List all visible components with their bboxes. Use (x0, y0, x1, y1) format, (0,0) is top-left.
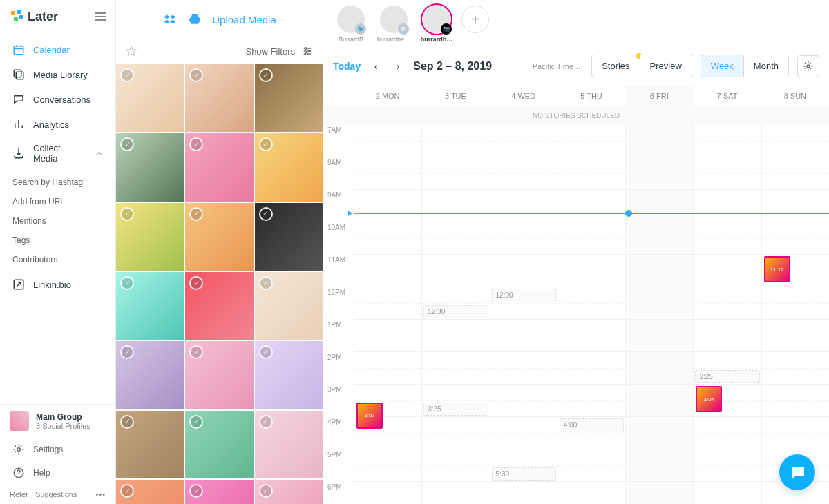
check-icon: ✓ (120, 484, 134, 498)
media-thumbnail[interactable]: ✓ (116, 64, 184, 132)
upload-media-button[interactable]: Upload Media (116, 0, 323, 39)
menu-toggle-icon[interactable] (95, 12, 106, 21)
add-profile-button[interactable]: + (461, 6, 489, 33)
svg-rect-1 (17, 10, 21, 14)
nav-calendar[interactable]: Calendar (0, 37, 115, 62)
help-link[interactable]: Help (0, 461, 115, 485)
timezone-label[interactable]: Pacific Time … (533, 62, 583, 70)
profile-instagram[interactable]: 📷 burrardb… (419, 6, 455, 43)
media-thumbnail[interactable]: ✓ (116, 133, 184, 201)
collect-subnav: Search by Hashtag Add from URL Mentions … (0, 170, 115, 272)
logo[interactable]: Later (10, 8, 58, 25)
profile-pinterest[interactable]: P burrardbe… (376, 6, 412, 43)
svg-point-14 (17, 448, 21, 452)
media-grid[interactable]: ✓✓✓✓✓✓✓✓✓✓✓✓✓✓✓✓✓✓✓✓✓ (116, 64, 323, 504)
media-thumbnail[interactable]: ✓ (255, 341, 323, 409)
calendar-grid[interactable]: 7AM8AM9AM10AM11AM12PM1PM2PM3PM4PM5PM6PM7… (323, 125, 829, 504)
day-column[interactable]: 2:253:04 (693, 125, 761, 504)
hour-label: 7AM (323, 125, 354, 157)
media-thumbnail[interactable]: ✓ (185, 411, 253, 478)
profile-avatar: 🐦 (337, 6, 365, 33)
dropbox-icon (162, 12, 178, 26)
day-column[interactable]: 11:12 (761, 125, 829, 504)
media-thumbnail[interactable]: ✓ (185, 272, 253, 340)
week-view-button[interactable]: Week (701, 55, 744, 77)
calendar-icon (12, 43, 25, 56)
time-slot[interactable]: 12:30 (423, 305, 488, 319)
subnav-mentions[interactable]: Mentions (0, 211, 115, 231)
suggestions-link[interactable]: Suggestions (35, 490, 77, 498)
date-range: Sep 2 – 8, 2019 (413, 60, 492, 72)
time-slot[interactable]: 3:25 (423, 403, 488, 416)
media-thumbnail[interactable]: ✓ (185, 64, 253, 132)
day-column[interactable]: 12:303:25 (421, 125, 489, 504)
hour-label: 10AM (323, 222, 354, 255)
today-button[interactable]: Today (333, 61, 361, 72)
check-icon: ✓ (120, 276, 134, 290)
media-thumbnail[interactable]: ✓ (116, 480, 184, 504)
subnav-contributors[interactable]: Contributors (0, 250, 115, 269)
svg-point-22 (305, 53, 307, 55)
media-thumbnail[interactable]: ✓ (255, 480, 323, 504)
next-week-button[interactable]: › (391, 59, 405, 73)
scheduled-post[interactable]: 3:57 (356, 403, 383, 429)
stories-tab[interactable]: Stories (591, 55, 640, 77)
more-icon[interactable]: ••• (95, 490, 106, 498)
day-headers: 2 MON3 TUE4 WED5 THU6 FRI7 SAT8 SUN (323, 86, 829, 106)
prev-week-button[interactable]: ‹ (369, 59, 383, 73)
hour-label: 6PM (323, 482, 354, 504)
profile-twitter[interactable]: 🐦 BurrardB (333, 6, 369, 43)
gear-icon (12, 443, 25, 456)
scheduled-post[interactable]: 11:12 (764, 256, 790, 282)
refer-link[interactable]: Refer (10, 490, 28, 498)
media-thumbnail[interactable]: ✓ (255, 64, 323, 132)
profile-name: BurrardB (339, 36, 363, 43)
show-filters-button[interactable]: Show Filters (245, 46, 295, 57)
subnav-add-url[interactable]: Add from URL (0, 192, 115, 211)
filter-sliders-icon[interactable] (302, 46, 313, 57)
time-slot[interactable]: 5:30 (492, 467, 556, 481)
media-thumbnail[interactable]: ✓ (116, 341, 184, 409)
media-thumbnail[interactable]: ✓ (116, 411, 184, 478)
nav-collect-media[interactable]: Collect Media (0, 137, 115, 170)
day-column[interactable]: 4:00 (558, 125, 625, 504)
media-thumbnail[interactable]: ✓ (255, 272, 323, 340)
media-thumbnail[interactable]: ✓ (116, 203, 184, 271)
media-thumbnail[interactable]: ✓ (116, 272, 184, 340)
nav-linkinbio[interactable]: Linkin.bio (0, 272, 115, 297)
check-icon: ✓ (259, 484, 273, 498)
analytics-icon (12, 118, 25, 130)
day-column[interactable]: 12:005:30 (490, 125, 558, 504)
check-icon: ✓ (259, 276, 273, 290)
media-thumbnail[interactable]: ✓ (185, 341, 253, 409)
media-thumbnail[interactable]: ✓ (185, 480, 253, 504)
day-header: 5 THU (558, 86, 625, 106)
subnav-search-hashtag[interactable]: Search by Hashtag (0, 173, 115, 192)
media-thumbnail[interactable]: ✓ (255, 203, 323, 271)
preview-tab[interactable]: Preview (640, 55, 692, 77)
subnav-tags[interactable]: Tags (0, 231, 115, 250)
settings-link[interactable]: Settings (0, 438, 115, 461)
time-slot[interactable]: 2:25 (695, 370, 759, 384)
time-slot[interactable]: 12:00 (492, 289, 556, 302)
nav-conversations[interactable]: Conversations (0, 87, 115, 112)
day-column[interactable]: 3:57 (354, 125, 421, 504)
nav-media-library[interactable]: Media Library (0, 62, 115, 87)
media-thumbnail[interactable]: ✓ (185, 133, 253, 201)
media-thumbnail[interactable]: ✓ (255, 133, 323, 201)
scheduled-post[interactable]: 3:04 (696, 386, 722, 412)
day-column[interactable] (625, 125, 693, 504)
chat-icon (789, 464, 806, 481)
svg-marker-16 (126, 46, 135, 55)
favorite-filter-icon[interactable] (126, 46, 137, 57)
time-slot[interactable]: 4:00 (560, 418, 624, 432)
nav-label: Analytics (33, 119, 69, 130)
media-thumbnail[interactable]: ✓ (255, 411, 323, 478)
group-selector[interactable]: Main Group 3 Social Profiles (0, 405, 115, 438)
chat-support-button[interactable] (779, 454, 815, 490)
calendar-settings-button[interactable] (797, 55, 819, 77)
nav-analytics[interactable]: Analytics (0, 112, 115, 137)
month-view-button[interactable]: Month (744, 55, 789, 77)
media-thumbnail[interactable]: ✓ (185, 203, 253, 271)
svg-rect-4 (14, 46, 23, 55)
